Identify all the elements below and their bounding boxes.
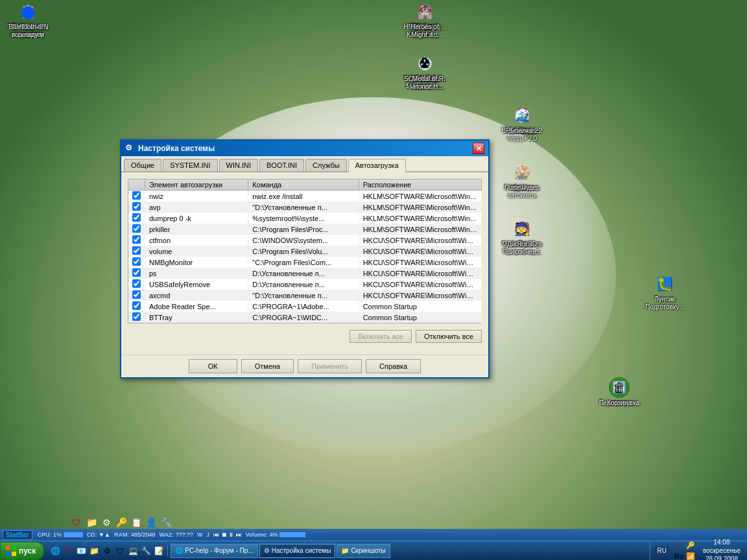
desktop-icon-bluetooth[interactable]: ⬤ Bluetooth-о...	[5, 0, 51, 32]
table-row[interactable]: NMBgMonitor "C:\Program Files\Com... HKC…	[128, 257, 482, 268]
ql-folder[interactable]: 📁	[88, 545, 100, 557]
tab-bootini[interactable]: BOOT.INI	[259, 159, 304, 171]
statbar-media: ⏮ ⏹ ⏸ ⏭	[213, 531, 242, 538]
tray-icon4[interactable]: 📶	[685, 551, 696, 560]
startup-command-2: %systemroot%\syste...	[248, 213, 359, 224]
ql-antivirus[interactable]: 🛡	[62, 545, 74, 557]
startup-checkbox-4[interactable]	[132, 235, 141, 244]
taskbar-btn-pchelp[interactable]: 🌐 PC-help - Форум - Пр...	[171, 544, 257, 558]
di-medal[interactable]: 🎖 Medal of Honor...	[402, 52, 447, 92]
statbar: StatBar CPU: 1% CD: ▼▲ RAM: 485/2048 WA2…	[0, 529, 747, 541]
ql2-icon-5[interactable]: 📋	[130, 516, 143, 529]
ql2-icon-1[interactable]: 🛡	[70, 516, 83, 529]
ok-button[interactable]: ОК	[189, 359, 237, 373]
startup-command-7: D:\Установленные п...	[248, 268, 359, 279]
startup-location-4: HKCU\SOFTWARE\Microsoft\Windows\CurrentV…	[359, 235, 481, 246]
tray-icon2[interactable]: 🔑	[685, 540, 696, 550]
startup-checkbox-6[interactable]	[132, 257, 141, 266]
di-heroes-might2[interactable]: 🏰 Heroes of Might а...	[402, 0, 447, 40]
ql2-icon-6[interactable]: 👤	[145, 516, 158, 529]
ql-email[interactable]: 📧	[75, 545, 87, 557]
di-trash[interactable]: 🗑 Корзина	[597, 376, 642, 408]
startup-location-10: Common Startup	[359, 301, 481, 312]
systray: RU 🛡 🔑 Ru 📶 14:08 воскресенье 28.09.2008	[650, 542, 747, 560]
startup-location-8: HKCU\SOFTWARE\Microsoft\Windows\CurrentV…	[359, 279, 481, 290]
table-row[interactable]: avp "D:\Установленные п... HKLM\SOFTWARE…	[128, 202, 482, 213]
tray-icon3[interactable]: Ru	[674, 551, 684, 560]
ql-icon6[interactable]: 💻	[127, 545, 139, 557]
col-location: Расположение	[359, 180, 481, 191]
tab-general[interactable]: Общие	[124, 159, 161, 171]
startup-checkbox-7[interactable]	[132, 268, 141, 277]
startup-checkbox-8[interactable]	[132, 279, 141, 288]
statbar-j: J	[207, 531, 210, 538]
ql-shield2[interactable]: 🛡	[114, 545, 126, 557]
tab-autostart[interactable]: Автозагрузка	[348, 159, 406, 172]
start-button[interactable]: пуск	[0, 542, 44, 560]
startup-checkbox-11[interactable]	[132, 312, 141, 321]
startup-name-11: BTTray	[145, 312, 248, 323]
tray-kaspersky[interactable]: 🛡	[674, 540, 684, 550]
startup-table: Элемент автозагрузки Команда Расположени…	[128, 179, 482, 323]
startup-checkbox-10[interactable]	[132, 301, 141, 310]
apply-button[interactable]: Применить	[298, 359, 362, 373]
ql-firefox[interactable]: 🌐	[49, 545, 61, 557]
ql-icon7[interactable]: 🔧	[140, 545, 152, 557]
startup-command-0: nwiz.exe /install	[248, 191, 359, 202]
taskbar-btn-sysconfig[interactable]: ⚙ Настройка системы	[259, 544, 336, 558]
ql2-icon-4[interactable]: 🔑	[115, 516, 128, 529]
table-row[interactable]: ps D:\Установленные п... HKCU\SOFTWARE\M…	[128, 268, 482, 279]
taskbar-btn-screenshots[interactable]: 📁 Скриншоты	[337, 544, 390, 558]
startup-command-9: "D:\Установленные п...	[248, 290, 359, 301]
startup-checkbox-1[interactable]	[132, 202, 141, 211]
table-row[interactable]: nwiz nwiz.exe /install HKLM\SOFTWARE\Mic…	[128, 191, 482, 202]
ql2-icon-7[interactable]: 🔧	[160, 516, 172, 529]
tab-sysini[interactable]: SYSTEM.INI	[163, 159, 217, 171]
startup-checkbox-5[interactable]	[132, 246, 141, 255]
startup-checkbox-0[interactable]	[132, 191, 141, 200]
help-button[interactable]: Справка	[366, 359, 421, 373]
di-pole[interactable]: 🎡 Поле Чудес	[499, 161, 545, 193]
di-yaga[interactable]: 🧙 Яга	[499, 217, 545, 250]
ql-settings[interactable]: ⚙	[101, 545, 113, 557]
table-row[interactable]: volume C:\Program Files\Volu... HKCU\SOF…	[128, 246, 482, 257]
ql2-icon-3[interactable]: ⚙	[100, 516, 113, 529]
tab-winini[interactable]: WIN.INI	[219, 159, 259, 171]
startup-name-10: Adobe Reader Spe...	[145, 301, 248, 312]
cancel-button[interactable]: Отмена	[241, 359, 294, 373]
di-fishing[interactable]: 🌊 Рыбалка 2	[499, 104, 545, 136]
bluetooth-label: Bluetooth-о...	[8, 23, 47, 31]
taskbar: пуск 🌐 🛡 📧 📁 ⚙ 🛡 💻 🔧 📝 🌐 PC-help - Форум…	[0, 541, 747, 560]
clock: 14:08 воскресенье 28.09.2008	[700, 538, 743, 560]
quicklaunch: 🌐 🛡 📧 📁 ⚙ 🛡 💻 🔧 📝	[47, 545, 168, 557]
startup-command-5: C:\Program Files\Volu...	[248, 246, 359, 257]
startup-location-2: HKLM\SOFTWARE\Microsoft\Windows\CurrentV…	[359, 213, 481, 224]
dialog-close-button[interactable]: ✕	[473, 143, 484, 154]
table-row[interactable]: axcmd "D:\Установленные п... HKCU\SOFTWA…	[128, 290, 482, 301]
screenshots-icon: 📁	[341, 547, 349, 554]
startup-checkbox-2[interactable]	[132, 213, 141, 222]
startup-checkbox-9[interactable]	[132, 290, 141, 299]
statbar-cd: CD: ▼▲	[87, 531, 110, 538]
enable-all-button[interactable]: Включить все	[350, 330, 412, 343]
ql-icon8[interactable]: 📝	[153, 545, 165, 557]
dialog-titlebar: ⚙ Настройка системы ✕	[121, 141, 488, 156]
startup-name-1: avp	[145, 202, 248, 213]
table-row[interactable]: ctfmon C:\WINDOWS\system... HKCU\SOFTWAR…	[128, 235, 482, 246]
dialog-tabs: Общие SYSTEM.INI WIN.INI BOOT.INI Службы…	[121, 156, 488, 172]
fishing-icon: 🌊	[512, 105, 532, 126]
startup-checkbox-3[interactable]	[132, 224, 141, 233]
startup-name-3: prkiller	[145, 224, 248, 235]
tab-services[interactable]: Службы	[305, 159, 347, 171]
ql2-icon-2[interactable]: 📁	[85, 516, 98, 529]
table-row[interactable]: prkiller C:\Program Files\Proc... HKLM\S…	[128, 224, 482, 235]
table-row[interactable]: BTTray C:\PROGRA~1\WIDC... Common Startu…	[128, 312, 482, 323]
lang-indicator[interactable]: RU	[654, 546, 669, 555]
startup-name-5: volume	[145, 246, 248, 257]
table-row[interactable]: dumprep 0 -k %systemroot%\syste... HKLM\…	[128, 213, 482, 224]
disable-all-button[interactable]: Отключить все	[416, 330, 482, 343]
di-luntik[interactable]: 🐛 Лунтик Подготовку...	[642, 272, 687, 312]
startup-command-10: C:\PROGRA~1\Adobe...	[248, 301, 359, 312]
table-row[interactable]: USBSafelyRemove D:\Установленные п... HK…	[128, 279, 482, 290]
table-row[interactable]: Adobe Reader Spe... C:\PROGRA~1\Adobe...…	[128, 301, 482, 312]
